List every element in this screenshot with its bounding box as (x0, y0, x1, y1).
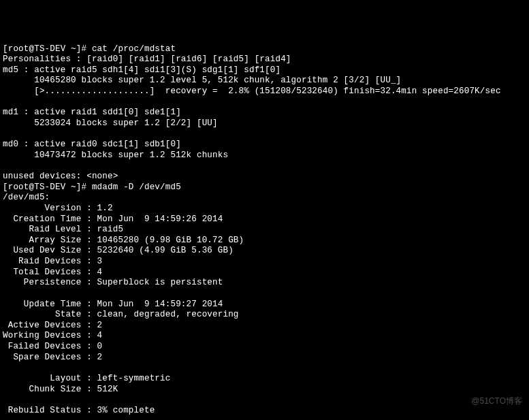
shell-prompt: [root@TS-DEV ~]# (3, 44, 92, 54)
mdadm-total-devices: Total Devices : 4 (3, 268, 102, 277)
mdadm-raid-level: Raid Level : raid5 (3, 225, 123, 234)
mdadm-persistence: Persistence : Superblock is persistent (3, 278, 223, 287)
terminal-output[interactable]: [root@TS-DEV ~]# cat /proc/mdstat Person… (3, 44, 526, 421)
mdadm-working-devices: Working Devices : 4 (3, 331, 102, 340)
command: cat /proc/mdstat (92, 44, 176, 54)
mdstat-personalities: Personalities : [raid0] [raid1] [raid6] … (3, 54, 291, 64)
mdadm-raid-devices: Raid Devices : 3 (3, 257, 102, 266)
watermark-text: @51CTO博客 (471, 396, 522, 406)
mdstat-md5-line1: md5 : active raid5 sdh1[4] sdi1[3](S) sd… (3, 65, 280, 75)
mdstat-md5-line2: 10465280 blocks super 1.2 level 5, 512k … (3, 76, 401, 85)
mdadm-active-devices: Active Devices : 2 (3, 321, 102, 330)
mdadm-state: State : clean, degraded, recovering (3, 310, 239, 319)
mdadm-used-dev-size: Used Dev Size : 5232640 (4.99 GiB 5.36 G… (3, 246, 234, 255)
command: mdadm -D /dev/md5 (92, 182, 181, 192)
mdadm-header: /dev/md5: (3, 193, 50, 202)
mdstat-md5-recovery: [>....................] recovery = 2.8% … (3, 86, 501, 96)
mdadm-rebuild-status: Rebuild Status : 3% complete (3, 406, 155, 415)
mdadm-version: Version : 1.2 (3, 204, 113, 213)
mdadm-chunk-size: Chunk Size : 512K (3, 385, 118, 394)
mdstat-md1-line2: 5233024 blocks super 1.2 [2/2] [UU] (3, 118, 218, 128)
mdadm-array-size: Array Size : 10465280 (9.98 GiB 10.72 GB… (3, 236, 244, 245)
mdadm-creation-time: Creation Time : Mon Jun 9 14:59:26 2014 (3, 214, 223, 224)
mdstat-unused: unused devices: <none> (3, 172, 118, 181)
mdadm-update-time: Update Time : Mon Jun 9 14:59:27 2014 (3, 300, 223, 309)
shell-prompt: [root@TS-DEV ~]# (3, 182, 92, 192)
mdstat-md0-line1: md0 : active raid0 sdc1[1] sdb1[0] (3, 140, 181, 149)
mdadm-spare-devices: Spare Devices : 2 (3, 353, 102, 362)
mdadm-layout: Layout : left-symmetric (3, 374, 170, 383)
mdadm-failed-devices: Failed Devices : 0 (3, 342, 102, 351)
mdstat-md1-line1: md1 : active raid1 sdd1[0] sde1[1] (3, 108, 181, 117)
mdstat-md0-line2: 10473472 blocks super 1.2 512k chunks (3, 150, 228, 160)
